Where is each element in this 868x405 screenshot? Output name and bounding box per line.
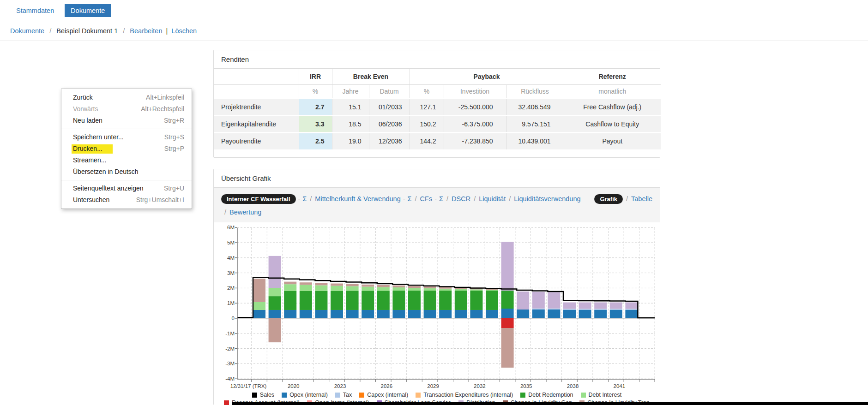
active-tab-grafik[interactable]: Grafik: [594, 194, 623, 204]
bar-segment-opex-2024: [346, 310, 359, 318]
row-label: Eigenkapitalrendite: [214, 115, 299, 132]
bar-segment-dist-2040: [594, 303, 607, 309]
renditen-panel: Renditen IRRBreak EvenPaybackReferenz%Ja…: [213, 50, 660, 158]
breadcrumb: Dokumente / Beispiel Dokument 1 / Bearbe…: [0, 21, 868, 41]
bar-segment-redemption-2033: [486, 291, 498, 310]
bar-segment-tax-2041: [610, 309, 622, 310]
legend-item-capex-internal: Capex (internal): [359, 392, 408, 398]
referenz-cell: Cashflow to Equity: [564, 115, 661, 132]
bar-segment-dist-2041: [610, 303, 622, 309]
x-axis-year-label: 2029: [427, 383, 439, 389]
payback-rueckfluss-cell: 9.575.151: [506, 115, 564, 132]
bar-segment-redemption-2027: [392, 291, 405, 310]
y-axis-label: 0: [232, 316, 235, 321]
bar-segment-opex-2038: [563, 310, 576, 318]
bar-segment-trap-2025: [362, 285, 374, 287]
bar-segment-opex-2039: [579, 310, 591, 318]
tab-cfs[interactable]: CFs: [420, 195, 433, 202]
menu-item-label: Streamen...: [73, 155, 106, 166]
legend-swatch-debt-redemption: [520, 393, 525, 398]
menu-item-untersuchen[interactable]: UntersuchenStrg+Umschalt+I: [61, 194, 192, 206]
bar-segment-redemption-2020: [284, 291, 296, 310]
bar-segment-interest-2023: [331, 286, 343, 291]
tab-[interactable]: Σ: [302, 195, 307, 202]
bar-segment-interest-2026: [377, 287, 390, 291]
payback-rueckfluss-cell: 10.439.001: [506, 132, 564, 149]
uebersicht-grafik-panel: Übersicht Grafik Interner CF Wasserfall-…: [213, 169, 660, 405]
payback-investition-cell: -25.500.000: [444, 98, 506, 115]
bar-segment-interest-2033: [486, 290, 498, 291]
menu-item-speichern-unter[interactable]: Speichern unter...Strg+S: [61, 131, 192, 143]
tab-liquidit-tsverwendung[interactable]: Liquiditätsverwendung: [514, 195, 580, 202]
irr-value-cell: 2.5: [299, 132, 332, 149]
tab-liquidit-t[interactable]: Liquidität: [479, 195, 506, 202]
table-header-group-row: IRRBreak EvenPaybackReferenz: [214, 69, 661, 84]
bar-segment-trap-2022: [315, 283, 327, 285]
bar-segment-dist-2038: [563, 303, 576, 309]
bar-segment-trap-2024: [346, 284, 359, 286]
column-subheader-datum: Datum: [369, 84, 410, 98]
x-axis-year-label: 2020: [288, 383, 300, 389]
bar-segment-tax-2038: [563, 309, 576, 310]
tab-dokumente[interactable]: Dokumente: [65, 4, 111, 17]
legend-label: Debt Interest: [589, 392, 622, 398]
column-subheader-monatlich: monatlich: [564, 84, 661, 98]
legend-label: Tax: [343, 392, 352, 398]
bar-segment-redemption-2019: [269, 296, 281, 310]
bar-segment-redemption-2034: [501, 291, 514, 309]
bar-segment-interest-2024: [346, 286, 359, 291]
menu-item-shortcut: Alt+Linkspfeil: [146, 92, 184, 103]
legend-swatch-transaction-expenditures-internal: [416, 393, 421, 398]
breadcrumb-action-loeschen[interactable]: Löschen: [171, 27, 197, 35]
menu-item-shortcut: Strg+Umschalt+I: [136, 194, 184, 206]
chart-view-tabs: Interner CF Wasserfall-Σ/Mittelherkunft …: [221, 192, 594, 219]
bar-segment-interest-2028: [408, 288, 421, 291]
tab-dscr[interactable]: DSCR: [452, 195, 470, 202]
payback-investition-cell: -6.375.000: [444, 115, 506, 132]
bar-segment-redemption-2022: [315, 291, 327, 310]
tab-stammdaten[interactable]: Stammdaten: [10, 4, 60, 17]
column-subheader-r-ckfluss: Rückfluss: [506, 84, 564, 98]
bar-segment-trap-2028: [408, 286, 421, 288]
y-axis-label: 2M: [227, 285, 235, 291]
bar-segment-tax-2037: [548, 309, 560, 310]
menu-item-streamen[interactable]: Streamen...: [61, 155, 192, 166]
menu-item-bersetzen-in-deutsch[interactable]: Übersetzen in Deutsch: [61, 166, 192, 178]
menu-item-label: Speichern unter...: [73, 131, 124, 143]
breadcrumb-action-bearbeiten[interactable]: Bearbeiten: [130, 27, 162, 35]
table-subheader-row: %JahreDatum%InvestitionRückflussmonatlic…: [214, 84, 661, 98]
tab-bewertung[interactable]: Bewertung: [229, 208, 261, 216]
table-row-projektrendite: Projektrendite2.715.101/2033127.1-25.500…: [214, 98, 661, 115]
tab-[interactable]: Σ: [439, 195, 443, 202]
menu-item-zur-ck[interactable]: ZurückAlt+Linkspfeil: [61, 92, 192, 103]
y-axis-label: 1M: [227, 300, 235, 306]
menu-item-neu-laden[interactable]: Neu ladenStrg+R: [61, 115, 192, 126]
column-group-item: [214, 69, 299, 84]
x-axis-year-label: 2023: [334, 383, 346, 389]
menu-item-shortcut: Strg+S: [164, 131, 184, 143]
menu-item-label: Neu laden: [73, 115, 102, 126]
payback-pct-cell: 144.2: [410, 132, 444, 149]
menu-item-drucken[interactable]: Drucken...Strg+P: [61, 143, 192, 155]
breadcrumb-pipe: |: [166, 27, 168, 35]
tab-separator: /: [509, 195, 511, 202]
menu-item-seitenquelltext-anzeigen[interactable]: Seitenquelltext anzeigenStrg+U: [61, 183, 192, 194]
tab-tabelle[interactable]: Tabelle: [631, 195, 652, 202]
bar-segment-opex-2026: [377, 310, 390, 318]
breadcrumb-separator: /: [49, 27, 51, 35]
bar-segment-opex-2040: [594, 310, 607, 318]
tab-mittelherkunft-verwendung[interactable]: Mittelherkunft & Verwendung: [315, 195, 400, 202]
x-axis-start-label: 12/31/17 (TRX): [230, 383, 267, 389]
table-row-payoutrendite: Payoutrendite2.519.012/2036144.2-7.238.8…: [214, 132, 661, 149]
x-axis-year-label: 2041: [614, 383, 626, 389]
active-tab-interner-cf-wasserfall[interactable]: Interner CF Wasserfall: [221, 194, 296, 204]
tab-[interactable]: Σ: [408, 195, 412, 202]
bar-segment-trap-2020: [284, 282, 296, 285]
bar-segment-opex-2020: [284, 310, 296, 318]
x-axis-year-label: 2035: [520, 383, 532, 389]
menu-item-label: Zurück: [73, 92, 93, 103]
column-subheader-empty: %: [299, 84, 332, 98]
breadcrumb-link-dokumente[interactable]: Dokumente: [10, 27, 44, 35]
bar-segment-dist-2036: [532, 292, 545, 309]
bar-segment-interest-2019: [269, 288, 281, 296]
